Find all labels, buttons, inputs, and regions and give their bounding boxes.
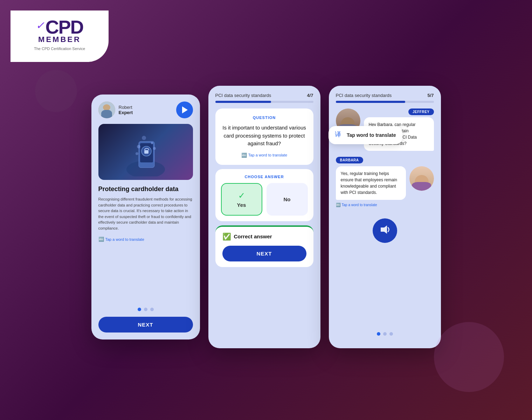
bg-decoration-1 [434, 322, 504, 392]
bg-decoration-2 [35, 70, 77, 112]
person-body [101, 110, 112, 118]
question-text: Is it important to understand various ca… [222, 124, 306, 148]
svg-rect-4 [144, 150, 148, 154]
barbara-avatar [409, 166, 434, 191]
answer-options: ✓ Yes No [221, 183, 308, 216]
translate-icon: 🔤 [98, 237, 104, 242]
svg-point-8 [151, 142, 153, 144]
jeffrey-badge: JEFFREY [408, 108, 434, 115]
cpd-check-mark: ✓ [36, 19, 44, 31]
svg-point-5 [137, 145, 140, 148]
barbara-message: Yes, regular training helps ensure that … [336, 166, 406, 200]
translate-tooltip[interactable]: 译 Tap word to translate [329, 126, 402, 144]
progress-bar-fill [215, 101, 271, 103]
svg-point-6 [153, 147, 156, 150]
progress-title-s3: PCI data security standards [336, 93, 392, 98]
avatar [98, 102, 115, 118]
sound-button[interactable] [373, 218, 397, 243]
translate-icon-barbara: 🔤 [336, 203, 341, 207]
barbara-content: Yes, regular training helps ensure that … [336, 166, 406, 207]
barbara-chat-bubble: BARBARA Yes, regular training helps ensu… [336, 156, 434, 207]
result-card: ✅ Correct answer NEXT [215, 225, 313, 267]
user-role: Expert [119, 110, 173, 115]
correct-answer-row: ✅ Correct answer [222, 232, 306, 241]
translate-link[interactable]: 🔤 Tap a word to translate [98, 237, 193, 242]
sound-btn-container [336, 218, 434, 243]
svg-point-7 [142, 136, 146, 140]
dot-1[interactable] [138, 308, 141, 311]
dot-3[interactable] [150, 308, 154, 311]
translate-label: Tap a word to translate [105, 237, 144, 241]
jeffrey-chat-bubble: JEFFREY Hey Barbara, can regular trainin… [336, 108, 434, 151]
screen1-header: Robert Expert [98, 102, 193, 118]
person-silhouette [100, 103, 113, 118]
next-button-screen2[interactable]: NEXT [222, 246, 306, 261]
user-info: Robert Expert [119, 105, 173, 115]
dot-2[interactable] [144, 308, 147, 311]
content-title: Protecting cardholder data [98, 186, 193, 193]
translate-tooltip-text: Tap word to translate [347, 132, 396, 138]
content-illustration [125, 127, 167, 176]
progress-count-s3: 5/7 [427, 93, 434, 98]
dot-s3-2[interactable] [383, 332, 387, 336]
check-icon: ✓ [238, 191, 245, 201]
correct-answer-text: Correct answer [234, 233, 272, 239]
play-button[interactable] [176, 102, 193, 118]
translate-tooltip-icon: 译 [335, 130, 343, 140]
question-label: QUESTION [222, 115, 306, 120]
progress-bar-container [215, 101, 313, 103]
barbara-badge: BARBARA [336, 157, 363, 163]
answer-yes-text: Yes [237, 202, 246, 208]
content-description: Recognising different fraudulent methods… [98, 196, 193, 231]
user-name: Robert [119, 105, 173, 110]
play-icon [182, 106, 188, 113]
screen-1: Robert Expert [91, 94, 200, 340]
cpd-letters: CPD [45, 18, 83, 36]
screen-3: PCI data security standards 5/7 JEFFREY [329, 86, 441, 348]
answer-card: CHOOSE ANSWER ✓ Yes No [215, 169, 313, 221]
progress-bar-container-s3 [336, 101, 434, 103]
dot-s3-3[interactable] [389, 332, 393, 336]
svg-point-9 [136, 152, 138, 155]
translate-icon-q: 🔤 [241, 153, 247, 158]
cpd-subtitle: The CPD Certification Service [34, 46, 85, 51]
translate-link-barbara[interactable]: 🔤 Tap a word to translate [336, 203, 406, 207]
correct-check-icon: ✅ [222, 232, 231, 241]
dot-s3-1[interactable] [377, 332, 380, 336]
barbara-inner: Yes, regular training helps ensure that … [336, 166, 434, 207]
pagination-dots [98, 308, 193, 311]
translate-label-q: Tap a word to translate [248, 153, 287, 157]
robert-avatar [98, 102, 115, 118]
choose-label: CHOOSE ANSWER [221, 175, 308, 179]
progress-header: PCI data security standards 4/7 [215, 93, 313, 98]
cpd-logo: ✓ CPD MEMBER The CPD Certification Servi… [11, 10, 109, 62]
translate-link-question[interactable]: 🔤 Tap a word to translate [222, 153, 306, 158]
progress-header-s3: PCI data security standards 5/7 [336, 93, 434, 98]
sound-icon [379, 225, 391, 237]
next-button[interactable]: NEXT [98, 317, 193, 332]
translate-label-barbara: Tap a word to translate [342, 203, 377, 207]
cpd-member-text: MEMBER [38, 35, 81, 44]
content-image [98, 124, 193, 180]
progress-count: 4/7 [307, 93, 313, 98]
question-card: QUESTION Is it important to understand v… [215, 108, 313, 165]
svg-marker-11 [381, 225, 387, 234]
answer-no[interactable]: No [267, 183, 308, 216]
svg-text:译: 译 [335, 131, 341, 138]
screens-container: Robert Expert [91, 72, 441, 348]
screen-2: PCI data security standards 4/7 QUESTION… [208, 86, 320, 348]
answer-yes[interactable]: ✓ Yes [221, 183, 262, 216]
progress-bar-fill-s3 [336, 101, 406, 103]
pagination-dots-s3 [336, 332, 434, 336]
progress-title: PCI data security standards [215, 93, 271, 98]
answer-no-text: No [284, 196, 291, 202]
